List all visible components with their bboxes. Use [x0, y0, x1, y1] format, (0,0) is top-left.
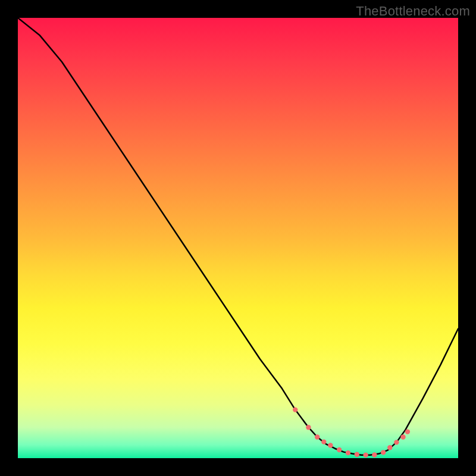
- highlight-dot: [400, 434, 405, 439]
- highlight-dot: [321, 439, 326, 444]
- chart-container: TheBottleneck.com: [0, 0, 476, 476]
- highlight-dot: [337, 447, 342, 452]
- highlight-dots: [293, 407, 410, 458]
- highlight-dot: [394, 440, 399, 444]
- highlight-dot: [405, 429, 410, 434]
- highlight-dot: [306, 425, 311, 430]
- highlight-dot: [346, 450, 350, 455]
- highlight-dot: [328, 443, 333, 447]
- highlight-dot: [381, 450, 386, 455]
- watermark-text: TheBottleneck.com: [356, 4, 470, 19]
- highlight-dot: [363, 453, 368, 458]
- highlight-dot: [387, 445, 392, 450]
- plot-area: [18, 18, 458, 458]
- curve-svg: [18, 18, 458, 458]
- bottleneck-curve: [18, 18, 458, 455]
- highlight-dot: [315, 434, 320, 439]
- highlight-dot: [355, 452, 359, 457]
- highlight-dot: [293, 407, 298, 412]
- highlight-dot: [372, 452, 377, 457]
